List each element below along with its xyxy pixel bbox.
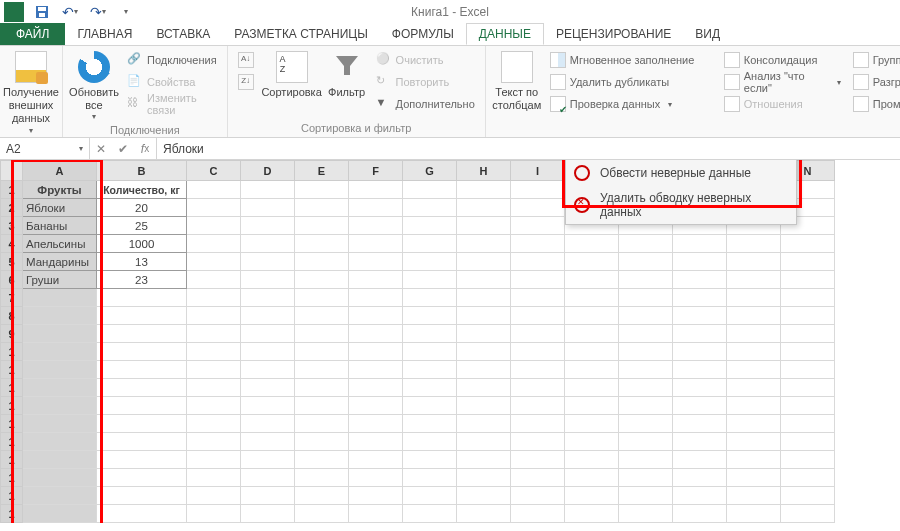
tab-formulas[interactable]: ФОРМУЛЫ — [380, 23, 466, 45]
cell-K13[interactable] — [619, 397, 673, 415]
cell-A13[interactable] — [23, 397, 97, 415]
cell-C5[interactable] — [187, 253, 241, 271]
row-header-14[interactable]: 1 — [1, 415, 23, 433]
cell-B4[interactable]: 1000 — [97, 235, 187, 253]
cell-G12[interactable] — [403, 379, 457, 397]
cell-I16[interactable] — [511, 451, 565, 469]
cell-C6[interactable] — [187, 271, 241, 289]
cell-E11[interactable] — [295, 361, 349, 379]
enter-formula-button[interactable]: ✔ — [112, 138, 134, 159]
cell-F9[interactable] — [349, 325, 403, 343]
tab-file[interactable]: ФАЙЛ — [0, 23, 65, 45]
cell-H8[interactable] — [457, 307, 511, 325]
cell-G9[interactable] — [403, 325, 457, 343]
fx-button[interactable]: fx — [134, 138, 156, 159]
cell-A1[interactable]: Фрукты — [23, 181, 97, 199]
cell-A3[interactable]: Бананы — [23, 217, 97, 235]
cell-H12[interactable] — [457, 379, 511, 397]
cell-I6[interactable] — [511, 271, 565, 289]
cell-F6[interactable] — [349, 271, 403, 289]
cell-B15[interactable] — [97, 433, 187, 451]
connections-button[interactable]: 🔗Подключения — [123, 49, 221, 71]
cell-L17[interactable] — [673, 469, 727, 487]
cell-E16[interactable] — [295, 451, 349, 469]
cell-M11[interactable] — [727, 361, 781, 379]
cell-G18[interactable] — [403, 487, 457, 505]
cell-L13[interactable] — [673, 397, 727, 415]
cell-C2[interactable] — [187, 199, 241, 217]
cell-A16[interactable] — [23, 451, 97, 469]
sort-za-button[interactable]: Z↓ — [234, 71, 258, 93]
cell-M7[interactable] — [727, 289, 781, 307]
cell-M14[interactable] — [727, 415, 781, 433]
whatif-button[interactable]: Анализ "что если"▾ — [720, 71, 845, 93]
cell-G15[interactable] — [403, 433, 457, 451]
select-all-corner[interactable] — [1, 161, 23, 181]
row-header-15[interactable]: 1 — [1, 433, 23, 451]
undo-button[interactable]: ↶▾ — [60, 2, 80, 22]
cell-K7[interactable] — [619, 289, 673, 307]
text-to-columns-button[interactable]: Текст по столбцам — [492, 49, 542, 115]
cell-B6[interactable]: 23 — [97, 271, 187, 289]
cell-C10[interactable] — [187, 343, 241, 361]
cell-C16[interactable] — [187, 451, 241, 469]
cell-G8[interactable] — [403, 307, 457, 325]
cell-F16[interactable] — [349, 451, 403, 469]
cell-K15[interactable] — [619, 433, 673, 451]
cell-B9[interactable] — [97, 325, 187, 343]
row-header-5[interactable]: 5 — [1, 253, 23, 271]
ungroup-button[interactable]: Разгру — [849, 71, 899, 93]
cell-D14[interactable] — [241, 415, 295, 433]
cell-G13[interactable] — [403, 397, 457, 415]
cell-I18[interactable] — [511, 487, 565, 505]
clear-circles-item[interactable]: Удалить обводку неверных данных — [566, 186, 796, 224]
cell-I4[interactable] — [511, 235, 565, 253]
cell-E14[interactable] — [295, 415, 349, 433]
redo-button[interactable]: ↷▾ — [88, 2, 108, 22]
cell-B2[interactable]: 20 — [97, 199, 187, 217]
cell-C15[interactable] — [187, 433, 241, 451]
cell-G5[interactable] — [403, 253, 457, 271]
cell-F10[interactable] — [349, 343, 403, 361]
cell-E10[interactable] — [295, 343, 349, 361]
cell-J16[interactable] — [565, 451, 619, 469]
formula-input[interactable]: Яблоки — [157, 138, 900, 159]
cell-M16[interactable] — [727, 451, 781, 469]
cell-K6[interactable] — [619, 271, 673, 289]
cell-K16[interactable] — [619, 451, 673, 469]
cell-A2[interactable]: Яблоки — [23, 199, 97, 217]
cell-F5[interactable] — [349, 253, 403, 271]
column-header-G[interactable]: G — [403, 161, 457, 181]
cell-H18[interactable] — [457, 487, 511, 505]
cell-F12[interactable] — [349, 379, 403, 397]
cell-L6[interactable] — [673, 271, 727, 289]
cell-N16[interactable] — [781, 451, 835, 469]
cell-I17[interactable] — [511, 469, 565, 487]
data-validation-button[interactable]: Проверка данных▾ — [546, 93, 716, 115]
cell-I8[interactable] — [511, 307, 565, 325]
cell-N4[interactable] — [781, 235, 835, 253]
cell-E17[interactable] — [295, 469, 349, 487]
cell-J12[interactable] — [565, 379, 619, 397]
cell-H14[interactable] — [457, 415, 511, 433]
cell-C19[interactable] — [187, 505, 241, 523]
cell-K11[interactable] — [619, 361, 673, 379]
cell-F18[interactable] — [349, 487, 403, 505]
cell-L15[interactable] — [673, 433, 727, 451]
cell-L10[interactable] — [673, 343, 727, 361]
save-button[interactable] — [32, 2, 52, 22]
cell-J17[interactable] — [565, 469, 619, 487]
row-header-4[interactable]: 4 — [1, 235, 23, 253]
column-header-F[interactable]: F — [349, 161, 403, 181]
cell-L18[interactable] — [673, 487, 727, 505]
cell-F3[interactable] — [349, 217, 403, 235]
cell-M10[interactable] — [727, 343, 781, 361]
cell-I10[interactable] — [511, 343, 565, 361]
tab-insert[interactable]: ВСТАВКА — [144, 23, 222, 45]
cell-L8[interactable] — [673, 307, 727, 325]
cell-E1[interactable] — [295, 181, 349, 199]
cell-A12[interactable] — [23, 379, 97, 397]
name-box[interactable]: A2▾ — [0, 138, 90, 159]
row-header-19[interactable]: 1 — [1, 505, 23, 523]
cell-D7[interactable] — [241, 289, 295, 307]
